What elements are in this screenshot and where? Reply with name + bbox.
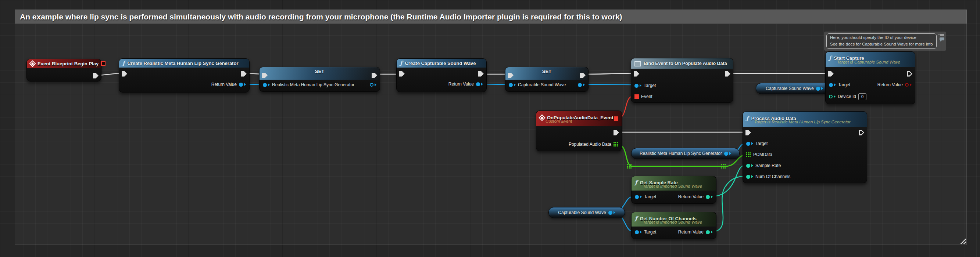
delegate-pin[interactable] — [101, 61, 105, 66]
wire-obj-set2-bindtarget — [585, 84, 635, 85]
node-set-lip-sync-generator[interactable]: SET Realistic Meta Human Lip Sync Genera… — [259, 67, 380, 92]
array-out-pin[interactable] — [614, 142, 618, 147]
pin-label: Capturable Sound Wave — [518, 82, 566, 87]
getter-capturable-sound-wave[interactable]: Capturable Sound Wave — [756, 83, 833, 94]
exec-in-pin[interactable] — [399, 71, 405, 77]
return-value-pin-row[interactable]: Return Value — [449, 80, 483, 88]
node-title: Get Sample Rate — [640, 180, 678, 186]
node-set-capturable-sound-wave[interactable]: SET Capturable Sound Wave — [505, 67, 589, 92]
exec-out-pin[interactable] — [93, 73, 99, 79]
return-value-pin[interactable] — [905, 83, 909, 87]
exec-out-pin[interactable] — [907, 71, 912, 77]
return-value-pin[interactable] — [706, 230, 710, 234]
target-pin-row[interactable]: Target — [829, 81, 850, 89]
exec-out-pin[interactable] — [614, 130, 619, 135]
variable-in-pin[interactable] — [509, 83, 513, 87]
exec-in-pin[interactable] — [828, 71, 834, 77]
exec-out-pin[interactable] — [859, 130, 864, 135]
return-value-pin[interactable] — [706, 195, 710, 199]
device-id-input[interactable]: 0 — [858, 93, 866, 100]
return-value-pin[interactable] — [239, 82, 243, 87]
exec-in-pin[interactable] — [634, 71, 639, 77]
target-pin[interactable] — [635, 84, 638, 88]
pin-label: Sample Rate — [756, 163, 781, 168]
node-bind-event[interactable]: Bind Event to On Populate Audio Data Tar… — [631, 58, 733, 103]
pcm-data-pin-row[interactable]: PCMData — [746, 151, 772, 158]
device-id-pin-row[interactable]: Device Id 0 — [829, 93, 866, 100]
exec-in-pin[interactable] — [508, 73, 514, 78]
variable-in-pin[interactable] — [263, 83, 267, 87]
object-wires — [239, 84, 830, 232]
target-pin-row[interactable]: Target — [635, 82, 656, 89]
node-process-audio-data[interactable]: ƒ Process Audio Data Target is Realistic… — [743, 111, 867, 183]
target-pin[interactable] — [829, 83, 833, 87]
node-title: OnPopulateAudioData_Event — [547, 115, 614, 121]
return-value-pin-row[interactable]: Return Value — [678, 193, 713, 200]
variable-in-pin-row[interactable]: Capturable Sound Wave — [509, 81, 566, 89]
pin-label: Target — [644, 230, 656, 235]
exec-out-pin[interactable] — [725, 71, 730, 77]
output-pin[interactable] — [724, 152, 728, 155]
exec-in-pin[interactable] — [262, 73, 267, 78]
array-reroute-knot[interactable] — [721, 164, 726, 169]
node-create-lip-sync-generator[interactable]: ƒ Create Realistic Meta Human Lip Sync G… — [119, 59, 250, 92]
exec-out-pin[interactable] — [372, 73, 377, 78]
getter-capturable-sound-wave[interactable]: Capturable Sound Wave — [549, 207, 625, 218]
device-id-pin[interactable] — [829, 95, 833, 98]
pin-label: Return Value — [212, 82, 237, 87]
variable-out-pin-row[interactable] — [370, 81, 376, 89]
variable-in-pin-row[interactable]: Realistic Meta Human Lip Sync Generator — [263, 81, 354, 89]
event-pin-row[interactable]: Event — [635, 93, 652, 100]
exec-in-pin[interactable] — [122, 71, 127, 77]
output-pin[interactable] — [608, 211, 612, 215]
pin-label: Return Value — [678, 230, 703, 235]
node-subtitle: Target is Capturable Sound Wave — [837, 60, 912, 64]
node-create-capturable-sound-wave[interactable]: ƒ Create Capturable Sound Wave Return Va… — [396, 59, 487, 92]
node-custom-event[interactable]: OnPopulateAudioData_Event Custom Event P… — [536, 111, 622, 151]
node-get-sample-rate[interactable]: ƒ Get Sample Rate Target is Imported Sou… — [631, 176, 716, 204]
event-delegate-pin[interactable] — [635, 94, 639, 99]
exec-out-pin[interactable] — [580, 73, 585, 78]
exec-out-pin[interactable] — [241, 71, 247, 77]
num-channels-pin-row[interactable]: Num Of Channels — [746, 173, 790, 180]
array-in-pin[interactable] — [746, 152, 751, 157]
blueprint-graph[interactable]: An example where lip sync is performed s… — [0, 0, 980, 257]
target-pin-row[interactable]: Target — [635, 193, 656, 200]
return-value-pin-row[interactable]: Return Value — [678, 228, 713, 236]
num-channels-pin[interactable] — [746, 175, 750, 179]
bubble-line: Here, you should specify the ID of your … — [830, 35, 933, 41]
exec-out-pin[interactable] — [478, 71, 484, 77]
pin-chevron — [711, 230, 713, 233]
pin-chevron — [640, 195, 642, 198]
exec-in-pin[interactable] — [746, 130, 751, 135]
node-get-number-of-channels[interactable]: ƒ Get Number Of Channels Target is Impor… — [631, 212, 716, 239]
target-pin[interactable] — [746, 142, 750, 146]
array-reroute-knot[interactable] — [627, 164, 632, 169]
sample-rate-pin-row[interactable]: Sample Rate — [746, 162, 781, 169]
comment-bubble-icon[interactable] — [940, 38, 944, 40]
pin-bubble-icon[interactable] — [940, 34, 944, 36]
node-comment-bubble[interactable]: Here, you should specify the ID of your … — [824, 32, 946, 51]
sample-rate-pin[interactable] — [746, 164, 750, 168]
pin-chevron — [711, 195, 713, 198]
target-pin-row[interactable]: Target — [635, 228, 656, 236]
target-pin[interactable] — [635, 230, 639, 234]
return-value-pin-row[interactable]: Return Value — [212, 81, 246, 88]
return-value-pin[interactable] — [476, 82, 480, 86]
bind-delegate-icon — [635, 61, 641, 67]
return-value-pin-row[interactable]: Return Value — [877, 81, 912, 89]
pin-label: Populated Audio Data — [569, 142, 611, 147]
node-start-capture[interactable]: ƒ Start Capture Target is Capturable Sou… — [825, 51, 915, 104]
variable-out-pin-row[interactable] — [578, 81, 585, 89]
populated-audio-data-pin-row[interactable]: Populated Audio Data — [569, 141, 618, 148]
output-pin[interactable] — [816, 87, 820, 91]
pin-label: Target — [644, 83, 656, 88]
variable-out-pin[interactable] — [578, 83, 582, 87]
node-title: Process Audio Data — [751, 116, 796, 121]
delegate-out-pin[interactable] — [614, 116, 618, 121]
variable-out-pin[interactable] — [370, 83, 374, 87]
node-event-begin-play[interactable]: Event Blueprint Begin Play — [27, 59, 102, 81]
target-pin-row[interactable]: Target — [746, 140, 768, 147]
target-pin[interactable] — [635, 195, 639, 199]
getter-lip-sync-generator[interactable]: Realistic Meta Human Lip Sync Generator — [631, 148, 740, 159]
